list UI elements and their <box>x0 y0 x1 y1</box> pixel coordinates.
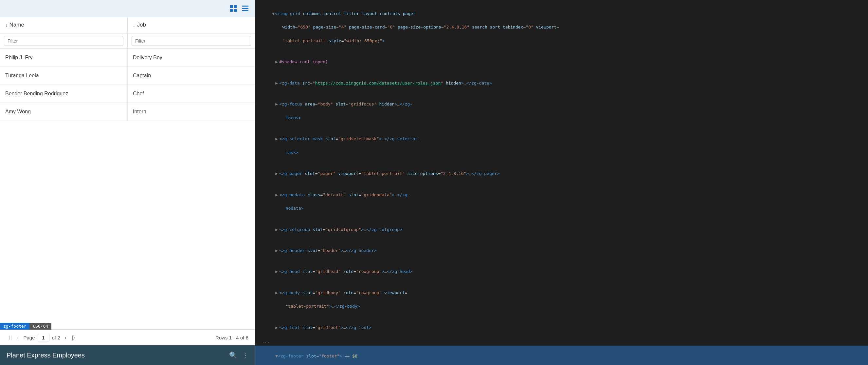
devtools-line: ... <box>255 338 868 346</box>
devtools-line: ▶<zg-colgroup slot="gridcolgroup">…</zg-… <box>255 219 868 240</box>
cell-name-3: Amy Wong <box>0 103 128 120</box>
page-number-input[interactable] <box>38 334 50 341</box>
devtools-line: ▶<zg-pager slot="pager" viewport="tablet… <box>255 163 868 184</box>
cell-job-1: Captain <box>128 67 255 85</box>
triangle-icon: ▶ <box>275 81 278 86</box>
svg-rect-3 <box>234 9 237 12</box>
cell-job-2: Chef <box>128 85 255 103</box>
table-body: Philip J. Fry Delivery Boy Turanga Leela… <box>0 49 255 329</box>
caption-icons: 🔍 ⋮ <box>229 351 248 359</box>
table-header-row: ↓ Name ↓ Job <box>0 17 255 33</box>
rows-info: Rows 1 - 4 of 6 <box>215 335 248 340</box>
svg-rect-2 <box>230 9 233 12</box>
svg-rect-4 <box>242 6 248 6</box>
cell-job-0: Delivery Boy <box>128 49 255 66</box>
sort-icon-name: ↓ <box>5 23 7 28</box>
devtools-line: ▶<zg-head slot="gridhead" role="rowgroup… <box>255 261 868 282</box>
devtools-line: ▶<zg-selector-mask slot="gridselectmask"… <box>255 129 868 163</box>
devtools-line: ▼<zing-grid columns-control filter layou… <box>255 3 868 52</box>
triangle-icon: ▶ <box>275 227 278 232</box>
devtools-line: ▶<zg-nodata class="default" slot="gridno… <box>255 185 868 219</box>
triangle-icon: ▼ <box>275 354 278 359</box>
triangle-icon: ▶ <box>275 136 278 141</box>
devtools-line: ▶#shadow-root (open) <box>255 52 868 73</box>
footer-tooltip-name: zg-footer <box>0 323 29 330</box>
grid-view-icon[interactable] <box>229 4 238 13</box>
column-header-name[interactable]: ↓ Name <box>0 17 128 33</box>
table-row: Turanga Leela Captain <box>0 67 255 85</box>
next-page-button[interactable]: › <box>63 334 68 342</box>
devtools-line: ▶<zg-header slot="header">…</zg-header> <box>255 240 868 261</box>
pagination-controls: ⟨| ‹ Page of 2 › |⟩ <box>6 333 77 342</box>
triangle-icon: ▶ <box>275 290 278 295</box>
cell-job-3: Intern <box>128 103 255 120</box>
triangle-icon: ▼ <box>272 11 275 16</box>
triangle-icon: ▶ <box>275 102 278 107</box>
pagination-bar: ⟨| ‹ Page of 2 › |⟩ Rows 1 - 4 of 6 <box>0 330 255 345</box>
filter-row <box>0 33 255 49</box>
table-row: Philip J. Fry Delivery Boy <box>0 49 255 67</box>
table-row: Bender Bending Rodriguez Chef <box>0 85 255 103</box>
data-table: ↓ Name ↓ Job Philip J. Fry Delivery Boy <box>0 17 255 345</box>
triangle-icon: ▶ <box>275 192 278 197</box>
triangle-icon: ▶ <box>275 248 278 253</box>
devtools-line: ▶<zg-foot slot="gridfoot">…</zg-foot> <box>255 317 868 338</box>
column-label-name: Name <box>9 22 24 28</box>
cell-name-1: Turanga Leela <box>0 67 128 85</box>
more-options-icon[interactable]: ⋮ <box>242 351 248 359</box>
footer-tooltip-wrapper: zg-footer 650×64 <box>0 323 52 330</box>
triangle-icon: ▶ <box>275 269 278 274</box>
filter-input-job[interactable] <box>131 36 251 46</box>
column-label-job: Job <box>137 22 146 28</box>
list-view-icon[interactable] <box>241 4 250 13</box>
table-row: Amy Wong Intern <box>0 103 255 121</box>
right-panel: ▼<zing-grid columns-control filter layou… <box>255 0 868 365</box>
devtools-line-highlighted[interactable]: ▼<zg-footer slot="footer"> == $0 <box>255 346 868 365</box>
sort-icon-job: ↓ <box>133 23 135 28</box>
last-page-button[interactable]: |⟩ <box>70 333 77 342</box>
devtools-line: ▶<zg-body slot="gridbody" role="rowgroup… <box>255 282 868 317</box>
page-label: Page <box>23 335 35 340</box>
toolbar-row <box>0 0 255 17</box>
triangle-icon: ▶ <box>275 171 278 176</box>
triangle-icon: ▶ <box>275 325 278 330</box>
footer-tooltip-dimensions: 650×64 <box>29 323 52 330</box>
prev-page-button[interactable]: ‹ <box>15 334 21 342</box>
filter-cell-job <box>128 33 255 49</box>
of-label: of 2 <box>52 335 60 340</box>
column-header-job[interactable]: ↓ Job <box>128 17 255 33</box>
svg-rect-5 <box>242 8 248 9</box>
triangle-icon: ▶ <box>275 59 278 64</box>
caption-title: Planet Express Employees <box>6 352 85 359</box>
search-icon[interactable]: 🔍 <box>229 351 237 359</box>
left-panel: ↓ Name ↓ Job Philip J. Fry Delivery Boy <box>0 0 255 365</box>
cell-name-0: Philip J. Fry <box>0 49 128 66</box>
caption-bar: Planet Express Employees 🔍 ⋮ <box>0 345 255 365</box>
first-page-button[interactable]: ⟨| <box>6 333 14 342</box>
devtools-line: ▶<zg-focus area="body" slot="gridfocus" … <box>255 94 868 129</box>
filter-cell-name <box>0 33 128 49</box>
svg-rect-1 <box>234 5 237 8</box>
svg-rect-6 <box>242 10 248 11</box>
cell-name-2: Bender Bending Rodriguez <box>0 85 128 103</box>
filter-input-name[interactable] <box>4 36 123 46</box>
svg-rect-0 <box>230 5 233 8</box>
devtools-line: ▶<zg-data src="https://cdn.zinggrid.com/… <box>255 73 868 94</box>
